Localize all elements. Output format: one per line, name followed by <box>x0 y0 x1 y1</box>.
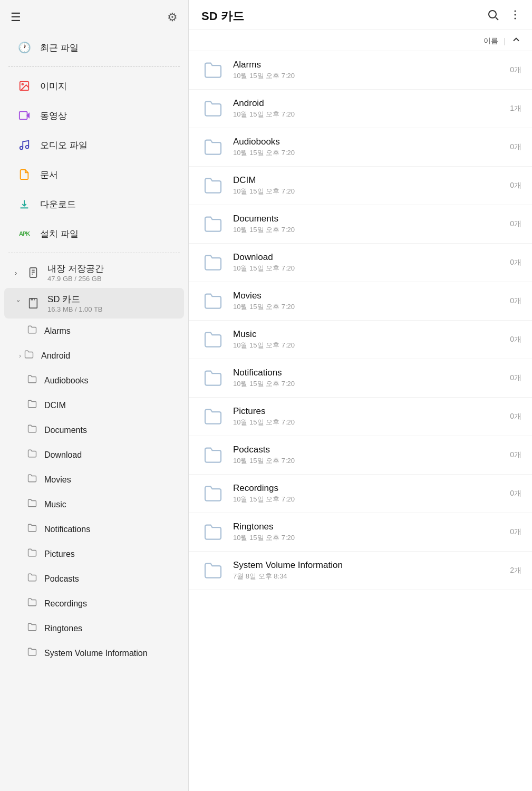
sort-bar: 이름 | <box>189 30 532 51</box>
file-info: Download 10월 15일 오후 7:20 <box>233 252 506 273</box>
recent-icon: 🕐 <box>17 40 32 55</box>
sidebar-item-images[interactable]: 이미지 <box>4 71 184 101</box>
file-info: Podcasts 10월 15일 오후 7:20 <box>233 445 506 466</box>
file-count: 2개 <box>510 566 521 575</box>
file-count: 0개 <box>510 412 521 421</box>
sidebar-item-downloads[interactable]: 다운로드 <box>4 189 184 219</box>
file-date: 10월 15일 오후 7:20 <box>233 71 506 81</box>
file-date: 10월 15일 오후 7:20 <box>233 533 506 543</box>
sidebar-folder-label: Movies <box>44 475 71 485</box>
file-date: 10월 15일 오후 7:20 <box>233 110 506 119</box>
hamburger-icon[interactable]: ☰ <box>11 11 21 24</box>
svg-point-1 <box>22 83 23 85</box>
sidebar-divider-bottom <box>8 253 180 253</box>
sidebar-folder-item[interactable]: Pictures <box>0 542 188 566</box>
search-button[interactable] <box>487 8 499 24</box>
header-actions <box>487 8 521 24</box>
sidebar-folder-label: Download <box>44 450 82 460</box>
sd-folders-list: Alarms›AndroidAudiobooksDCIMDocumentsDow… <box>0 319 188 665</box>
file-folder-icon <box>201 174 225 197</box>
sidebar-item-images-label: 이미지 <box>40 80 67 92</box>
file-name: Android <box>233 98 506 109</box>
sidebar-item-internal-storage[interactable]: › 내장 저장공간 47.9 GB / 256 GB <box>4 257 184 288</box>
sidebar-folder-icon <box>27 498 37 510</box>
svg-point-18 <box>515 11 516 12</box>
sidebar-folder-icon <box>27 374 37 387</box>
file-info: Audiobooks 10월 15일 오후 7:20 <box>233 137 506 158</box>
file-row[interactable]: Ringtones 10월 15일 오후 7:20 0개 <box>189 513 532 552</box>
file-info: Movies 10월 15일 오후 7:20 <box>233 291 506 312</box>
file-date: 10월 15일 오후 7:20 <box>233 418 506 427</box>
sidebar-folder-item[interactable]: Movies <box>0 467 188 492</box>
sidebar-item-documents[interactable]: 문서 <box>4 160 184 189</box>
file-row[interactable]: Podcasts 10월 15일 오후 7:20 0개 <box>189 436 532 475</box>
sidebar-item-recent[interactable]: 🕐 최근 파일 <box>4 33 184 62</box>
sort-direction-button[interactable] <box>511 34 521 47</box>
sidebar-folder-item[interactable]: System Volume Information <box>0 641 188 665</box>
file-date: 10월 15일 오후 7:20 <box>233 187 506 196</box>
file-folder-icon <box>201 482 225 505</box>
file-row[interactable]: Recordings 10월 15일 오후 7:20 0개 <box>189 475 532 513</box>
file-row[interactable]: Documents 10월 15일 오후 7:20 0개 <box>189 205 532 244</box>
audio-icon <box>17 138 32 152</box>
file-folder-icon <box>201 290 225 313</box>
file-row[interactable]: Movies 10월 15일 오후 7:20 0개 <box>189 282 532 321</box>
main-title: SD 카드 <box>201 8 244 24</box>
gear-icon[interactable]: ⚙ <box>167 11 178 24</box>
file-row[interactable]: System Volume Information 7월 8일 오후 8:34 … <box>189 552 532 590</box>
file-count: 0개 <box>510 219 521 229</box>
internal-storage-size: 47.9 GB / 256 GB <box>47 275 104 283</box>
sidebar-item-documents-label: 문서 <box>40 169 58 181</box>
downloads-icon <box>17 197 32 211</box>
sidebar-folder-item[interactable]: Recordings <box>0 591 188 616</box>
sidebar-divider-top <box>8 66 180 67</box>
file-folder-icon <box>201 405 225 428</box>
sidebar-top-bar: ☰ ⚙ <box>0 5 188 33</box>
sidebar-item-sdcard[interactable]: › SD 카드 16.3 MB / 1.00 TB <box>4 288 184 319</box>
file-row[interactable]: Notifications 10월 15일 오후 7:20 0개 <box>189 359 532 398</box>
file-row[interactable]: DCIM 10월 15일 오후 7:20 0개 <box>189 167 532 205</box>
sort-label[interactable]: 이름 <box>483 36 498 46</box>
file-info: Android 10월 15일 오후 7:20 <box>233 98 506 119</box>
sidebar-folder-item[interactable]: Music <box>0 492 188 517</box>
sidebar-folder-item[interactable]: DCIM <box>0 393 188 418</box>
file-name: Music <box>233 329 506 340</box>
sidebar-folder-label: Documents <box>44 426 87 435</box>
file-row[interactable]: Pictures 10월 15일 오후 7:20 0개 <box>189 398 532 436</box>
sidebar-item-recent-label: 최근 파일 <box>40 42 79 54</box>
sidebar-folder-item[interactable]: Ringtones <box>0 616 188 641</box>
sidebar-folder-item[interactable]: Documents <box>0 418 188 442</box>
file-date: 10월 15일 오후 7:20 <box>233 264 506 273</box>
sidebar-folder-item[interactable]: Podcasts <box>0 566 188 591</box>
file-list: Alarms 10월 15일 오후 7:20 0개 Android 10월 15… <box>189 51 532 791</box>
sidebar-folder-item[interactable]: Download <box>0 442 188 467</box>
file-date: 7월 8일 오후 8:34 <box>233 572 506 581</box>
sidebar-folder-label: DCIM <box>44 401 66 410</box>
internal-storage-icon <box>25 265 41 281</box>
sidebar-item-videos[interactable]: 동영상 <box>4 101 184 130</box>
sidebar-folder-item[interactable]: ›Android <box>0 343 188 368</box>
more-options-button[interactable] <box>509 8 521 24</box>
svg-point-16 <box>489 11 496 18</box>
file-row[interactable]: Download 10월 15일 오후 7:20 0개 <box>189 244 532 282</box>
file-row[interactable]: Alarms 10월 15일 오후 7:20 0개 <box>189 51 532 90</box>
sidebar-item-audio[interactable]: 오디오 파일 <box>4 130 184 160</box>
sidebar-item-apk-label: 설치 파일 <box>40 228 79 240</box>
sidebar-item-apk[interactable]: APK 설치 파일 <box>4 219 184 248</box>
sidebar-folder-icon <box>27 622 37 634</box>
sidebar-folder-item[interactable]: Notifications <box>0 517 188 542</box>
sidebar-folder-item[interactable]: Alarms <box>0 319 188 343</box>
sidebar-folder-label: Podcasts <box>44 574 79 584</box>
svg-point-19 <box>515 14 516 16</box>
svg-line-17 <box>496 17 498 20</box>
sidebar-folder-item[interactable]: Audiobooks <box>0 368 188 393</box>
documents-icon <box>17 167 32 182</box>
file-info: Documents 10월 15일 오후 7:20 <box>233 214 506 235</box>
file-name: Alarms <box>233 60 506 70</box>
file-row[interactable]: Android 10월 15일 오후 7:20 1개 <box>189 90 532 128</box>
file-row[interactable]: Music 10월 15일 오후 7:20 0개 <box>189 321 532 359</box>
sidebar-folder-icon <box>27 474 37 486</box>
svg-rect-12 <box>30 298 37 308</box>
main-content: SD 카드 이름 | Alarms 10월 15일 오후 7:20 <box>189 0 532 791</box>
file-row[interactable]: Audiobooks 10월 15일 오후 7:20 0개 <box>189 128 532 167</box>
